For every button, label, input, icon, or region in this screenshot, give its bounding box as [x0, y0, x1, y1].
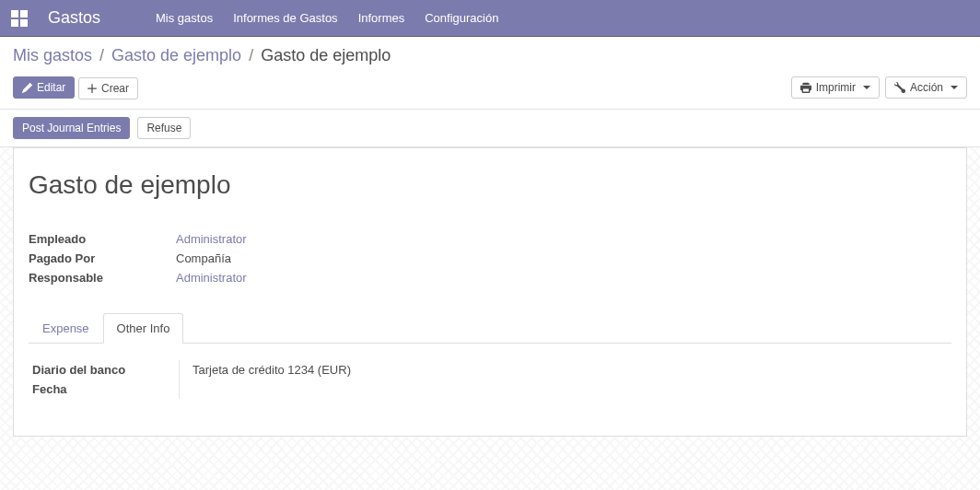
create-button[interactable]: Crear	[78, 77, 138, 99]
nav-item-informes-de-gastos[interactable]: Informes de Gastos	[233, 11, 337, 25]
label-pagado-por: Pagado Por	[29, 249, 176, 268]
nav-item-configuracion[interactable]: Configuración	[425, 11, 498, 25]
field-group-main: Empleado Administrator Pagado Por Compañ…	[29, 229, 490, 287]
edit-button-label: Editar	[37, 81, 65, 94]
main-navbar: Gastos Mis gastos Informes de Gastos Inf…	[0, 0, 980, 37]
nav-item-informes[interactable]: Informes	[358, 11, 405, 25]
left-button-group: Editar Crear	[13, 76, 138, 99]
nav-item-mis-gastos[interactable]: Mis gastos	[156, 11, 213, 25]
print-button-label: Imprimir	[816, 81, 856, 94]
print-icon	[800, 82, 811, 93]
label-responsable: Responsable	[29, 268, 176, 287]
print-button[interactable]: Imprimir	[791, 76, 880, 99]
tab-content-other-info: Diario del banco Tarjeta de crédito 1234…	[29, 344, 951, 399]
tab-expense[interactable]: Expense	[29, 313, 103, 344]
nav-menu: Mis gastos Informes de Gastos Informes C…	[156, 11, 498, 25]
tab-other-info[interactable]: Other Info	[103, 313, 184, 344]
record-title: Gasto de ejemplo	[29, 170, 951, 200]
form-sheet: Gasto de ejemplo Empleado Administrator …	[13, 147, 967, 437]
value-responsable[interactable]: Administrator	[176, 271, 247, 285]
right-button-group: Imprimir Acción	[791, 76, 967, 99]
breadcrumb-item-current: Gasto de ejemplo	[261, 46, 391, 65]
post-journal-entries-button[interactable]: Post Journal Entries	[13, 117, 130, 139]
plus-icon	[88, 84, 97, 93]
control-panel: Mis gastos / Gasto de ejemplo / Gasto de…	[0, 37, 980, 110]
breadcrumb: Mis gastos / Gasto de ejemplo / Gasto de…	[13, 46, 967, 65]
action-button-label: Acción	[910, 81, 943, 94]
edit-button[interactable]: Editar	[13, 76, 75, 99]
caret-down-icon	[951, 86, 958, 89]
value-diario-del-banco: Tarjeta de crédito 1234 (EUR)	[192, 363, 351, 377]
wrench-icon	[894, 82, 905, 93]
caret-down-icon	[863, 86, 870, 89]
label-fecha: Fecha	[32, 379, 180, 399]
label-diario-del-banco: Diario del banco	[32, 360, 180, 379]
create-button-label: Crear	[101, 82, 129, 95]
value-pagado-por: Compañía	[176, 251, 231, 265]
label-empleado: Empleado	[29, 229, 176, 249]
value-empleado[interactable]: Administrator	[176, 232, 247, 246]
refuse-button[interactable]: Refuse	[137, 117, 191, 139]
breadcrumb-item[interactable]: Mis gastos	[13, 46, 92, 65]
tab-bar: Expense Other Info	[29, 313, 951, 344]
breadcrumb-item[interactable]: Gasto de ejemplo	[111, 46, 241, 65]
form-view: Gasto de ejemplo Empleado Administrator …	[0, 147, 980, 437]
apps-menu-icon[interactable]	[11, 10, 28, 27]
breadcrumb-sep: /	[99, 46, 104, 65]
app-brand[interactable]: Gastos	[48, 8, 100, 28]
action-button[interactable]: Acción	[885, 76, 967, 99]
pencil-icon	[22, 83, 32, 93]
statusbar: Post Journal Entries Refuse	[0, 110, 980, 147]
breadcrumb-sep: /	[249, 46, 253, 65]
